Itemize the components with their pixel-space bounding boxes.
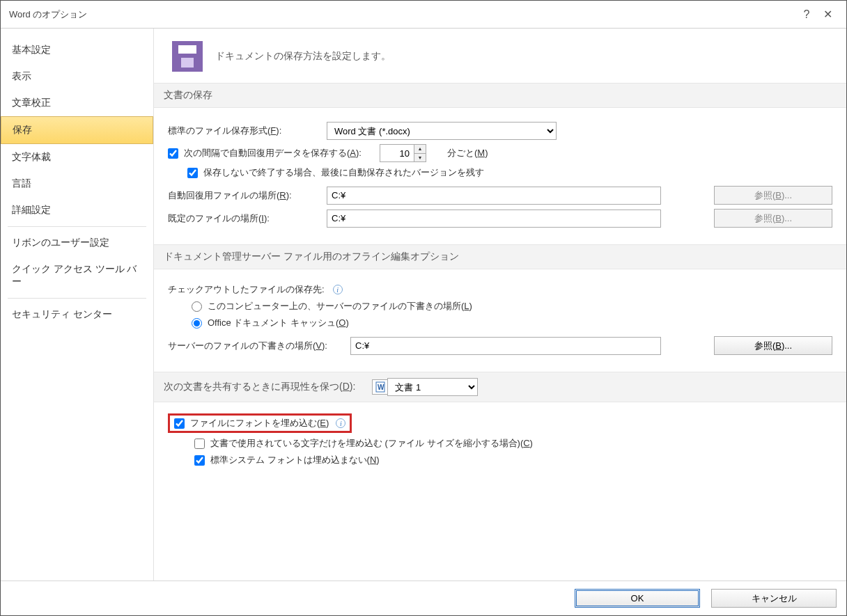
- embed-subset-checkbox[interactable]: [194, 439, 205, 449]
- sidebar: 基本設定 表示 文章校正 保存 文字体裁 言語 詳細設定 リボンのユーザー設定 …: [1, 29, 154, 581]
- radio-office-cache[interactable]: [192, 318, 202, 329]
- highlight-embed-fonts: ファイルにフォントを埋め込む(E) i: [168, 413, 352, 433]
- sidebar-item-advanced[interactable]: 詳細設定: [1, 197, 153, 223]
- no-system-fonts-checkbox[interactable]: [194, 455, 205, 466]
- embed-fonts-checkbox[interactable]: [174, 418, 185, 429]
- sidebar-item-customize-ribbon[interactable]: リボンのユーザー設定: [1, 230, 153, 256]
- no-system-fonts-label: 標準システム フォントは埋め込まない(N): [210, 454, 380, 466]
- section-header-offline: ドキュメント管理サーバー ファイル用のオフライン編集オプション: [154, 244, 846, 269]
- sidebar-item-trust-center[interactable]: セキュリティ センター: [1, 301, 153, 328]
- dialog-footer: OK キャンセル: [1, 581, 846, 615]
- sidebar-item-typography[interactable]: 文字体裁: [1, 144, 153, 171]
- spinner-down[interactable]: ▼: [414, 154, 426, 162]
- radio-office-cache-label: Office ドキュメント キャッシュ(O): [208, 317, 349, 329]
- sidebar-item-general[interactable]: 基本設定: [1, 37, 153, 63]
- sidebar-item-language[interactable]: 言語: [1, 171, 153, 197]
- drafts-location-label: サーバーのファイルの下書きの場所(V):: [168, 340, 343, 352]
- autosave-label: 次の間隔で自動回復用データを保存する(A):: [184, 147, 362, 159]
- section-header-save: 文書の保存: [154, 83, 846, 108]
- info-icon[interactable]: i: [333, 285, 343, 294]
- window-title: Word のオプション: [9, 8, 796, 21]
- help-button[interactable]: ?: [796, 8, 817, 21]
- sidebar-item-display[interactable]: 表示: [1, 63, 153, 90]
- embed-fonts-label: ファイルにフォントを埋め込む(E): [190, 417, 329, 429]
- browse-autorecover-button[interactable]: 参照(B)...: [714, 186, 832, 205]
- page-description: ドキュメントの保存方法を設定します。: [215, 50, 391, 63]
- autosave-interval-input[interactable]: [380, 145, 414, 161]
- autorecover-location-input[interactable]: [327, 187, 661, 205]
- autosave-checkbox[interactable]: [168, 148, 178, 159]
- info-icon[interactable]: i: [336, 418, 345, 428]
- autosave-interval-spinner[interactable]: ▲ ▼: [380, 144, 426, 162]
- save-page-icon: [172, 41, 203, 72]
- file-format-label: 標準のファイル保存形式(F):: [168, 125, 320, 137]
- keep-last-autosave-label: 保存しないで終了する場合、最後に自動保存されたバージョンを残す: [203, 166, 484, 179]
- fidelity-document-combo[interactable]: 文書 1: [387, 378, 478, 396]
- main-panel: ドキュメントの保存方法を設定します。 文書の保存 標準のファイル保存形式(F):…: [154, 29, 846, 581]
- titlebar: Word のオプション ? ✕: [1, 1, 846, 29]
- svg-text:W: W: [378, 384, 384, 391]
- file-format-combo[interactable]: Word 文書 (*.docx): [327, 122, 557, 140]
- autorecover-location-label: 自動回復用ファイルの場所(R):: [168, 189, 320, 202]
- checkout-location-label: チェックアウトしたファイルの保存先:: [168, 283, 325, 296]
- sidebar-separator: [8, 226, 146, 227]
- sidebar-item-quick-access[interactable]: クイック アクセス ツール バー: [1, 256, 153, 295]
- sidebar-item-proofing[interactable]: 文章校正: [1, 90, 153, 116]
- autosave-unit-label: 分ごと(M): [447, 147, 488, 159]
- cancel-button[interactable]: キャンセル: [711, 589, 837, 608]
- radio-local-drafts[interactable]: [192, 301, 202, 312]
- word-document-icon: W: [372, 379, 387, 395]
- browse-drafts-button[interactable]: 参照(B)...: [714, 336, 832, 355]
- default-location-input[interactable]: [327, 210, 661, 228]
- close-button[interactable]: ✕: [817, 8, 838, 21]
- section-header-fidelity: 次の文書を共有するときに再現性を保つ(D): W 文書 1: [154, 372, 846, 402]
- sidebar-separator: [8, 298, 146, 299]
- ok-button[interactable]: OK: [575, 589, 700, 608]
- embed-subset-label: 文書で使用されている文字だけを埋め込む (ファイル サイズを縮小する場合)(C): [210, 437, 533, 450]
- default-location-label: 既定のファイルの場所(I):: [168, 212, 320, 225]
- browse-default-button[interactable]: 参照(B)...: [714, 209, 832, 228]
- sidebar-item-save[interactable]: 保存: [1, 116, 153, 144]
- keep-last-autosave-checkbox[interactable]: [187, 168, 198, 178]
- drafts-location-input[interactable]: [350, 337, 661, 355]
- spinner-up[interactable]: ▲: [414, 145, 426, 154]
- radio-local-drafts-label: このコンピューター上の、サーバーのファイルの下書きの場所(L): [208, 300, 472, 313]
